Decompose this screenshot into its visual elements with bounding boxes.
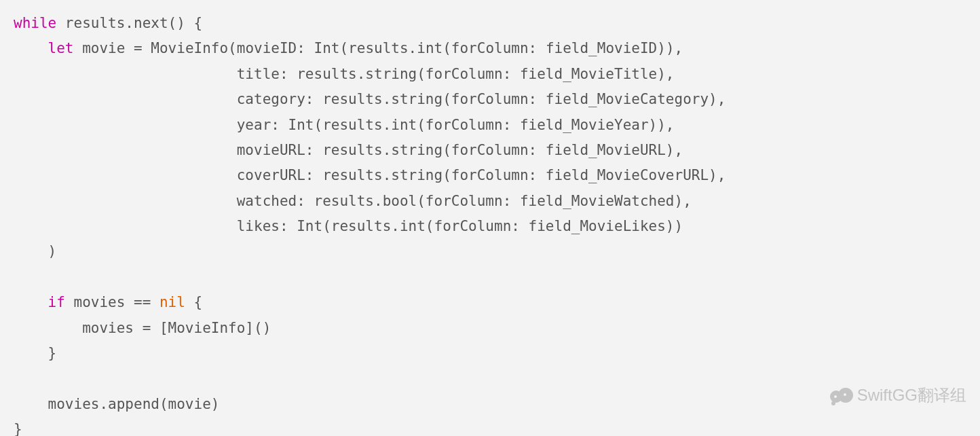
code-text: watched: results.bool(forColumn: field_M… <box>14 193 692 209</box>
literal-nil: nil <box>159 294 185 310</box>
keyword-while: while <box>14 15 56 31</box>
code-text: { <box>185 294 202 310</box>
code-indent <box>14 294 48 310</box>
code-text: movie = MovieInfo(movieID: Int(results.i… <box>74 40 683 56</box>
code-text: title: results.string(forColumn: field_M… <box>14 66 675 82</box>
keyword-let: let <box>48 40 74 56</box>
code-text: } <box>14 345 56 361</box>
code-text: coverURL: results.string(forColumn: fiel… <box>14 167 725 183</box>
code-text: results.next() { <box>56 15 202 31</box>
code-text: year: Int(results.int(forColumn: field_M… <box>14 117 675 133</box>
code-text: ) <box>14 243 56 259</box>
code-text: movies.append(movie) <box>14 396 219 412</box>
code-block: while results.next() { let movie = Movie… <box>0 0 980 436</box>
code-text: movieURL: results.string(forColumn: fiel… <box>14 142 683 158</box>
code-indent <box>14 40 48 56</box>
code-text: likes: Int(results.int(forColumn: field_… <box>14 218 683 234</box>
code-text: movies = [MovieInfo]() <box>14 320 271 336</box>
keyword-if: if <box>48 294 65 310</box>
code-text: } <box>14 421 22 436</box>
code-text: movies == <box>65 294 159 310</box>
code-text: category: results.string(forColumn: fiel… <box>14 91 725 107</box>
